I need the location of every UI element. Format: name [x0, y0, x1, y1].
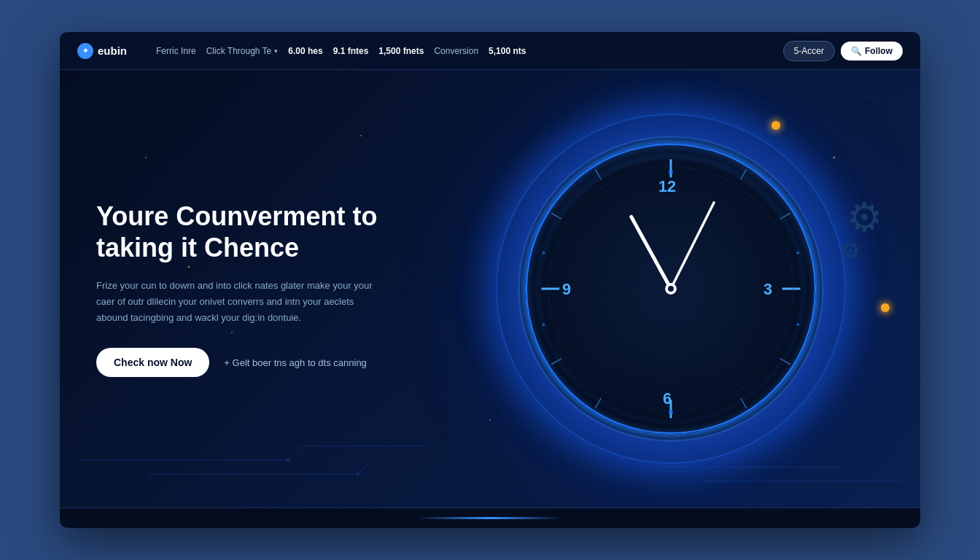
- svg-point-28: [669, 170, 673, 174]
- svg-line-39: [671, 203, 714, 289]
- chevron-down-icon: ▾: [274, 47, 278, 55]
- hero-description: Frize your cun to dowm and into click na…: [96, 278, 373, 326]
- svg-point-34: [560, 404, 563, 407]
- hero-content: Youre Counverment to taking it Chence Fr…: [60, 201, 447, 378]
- nav-link-ferric[interactable]: Ferric Inre: [156, 46, 196, 56]
- hero-section: Youre Counverment to taking it Chence Fr…: [60, 70, 920, 508]
- hero-title: Youre Counverment to taking it Chence: [96, 201, 411, 263]
- gold-dot-2: [771, 121, 780, 130]
- access-button[interactable]: 5-Accer: [783, 41, 835, 61]
- nav-stat-nts: 5,100 nts: [489, 46, 526, 56]
- nav-stat-fntes: 9.1 fntes: [333, 46, 369, 56]
- logo[interactable]: ✦ eubin: [77, 43, 127, 59]
- hero-actions: Check now Now + Gelt boer tns agh to dts…: [96, 348, 411, 377]
- logo-text: eubin: [98, 44, 127, 57]
- svg-point-32: [779, 404, 782, 407]
- navbar: ✦ eubin Ferric Inre Click Through Te ▾ 6…: [60, 32, 920, 70]
- nav-stat-hes: 6.00 hes: [288, 46, 322, 56]
- gear-icon-large: ⚙: [847, 194, 882, 241]
- nav-link-conversion[interactable]: Conversion: [434, 46, 478, 56]
- logo-icon: ✦: [77, 43, 93, 59]
- gold-dot-1: [881, 303, 890, 312]
- hero-visual: 12 3 6 9: [421, 70, 920, 508]
- browser-window: ✦ eubin Ferric Inre Click Through Te ▾ 6…: [60, 32, 920, 528]
- svg-text:3: 3: [763, 280, 772, 298]
- bottom-bar: [60, 508, 920, 528]
- gear-icon-small: ⚙: [841, 238, 860, 263]
- nav-links: Ferric Inre Click Through Te ▾ 6.00 hes …: [156, 46, 769, 56]
- cta-button[interactable]: Check now Now: [96, 348, 209, 377]
- svg-line-38: [631, 217, 671, 289]
- svg-point-37: [560, 171, 563, 174]
- svg-line-1: [288, 446, 302, 460]
- follow-button[interactable]: 🔍 Follow: [841, 42, 903, 61]
- nav-link-clickthrough[interactable]: Click Through Te ▾: [206, 46, 279, 56]
- svg-text:9: 9: [562, 280, 571, 298]
- svg-point-29: [779, 171, 782, 174]
- svg-text:12: 12: [658, 177, 676, 195]
- svg-line-4: [357, 460, 371, 474]
- search-icon: 🔍: [851, 46, 862, 56]
- svg-rect-8: [357, 472, 359, 475]
- svg-point-41: [668, 286, 674, 292]
- nav-buttons: 5-Accer 🔍 Follow: [783, 41, 903, 61]
- clock-svg: 12 3 6 9: [520, 138, 822, 440]
- clock-face: 12 3 6 9: [518, 136, 824, 442]
- learn-more-link[interactable]: + Gelt boer tns agh to dts canning: [224, 357, 367, 368]
- svg-text:6: 6: [663, 389, 672, 408]
- nav-stat-fnets: 1,500 fnets: [378, 46, 424, 56]
- clock: 12 3 6 9: [518, 136, 824, 442]
- bottom-line: [417, 517, 563, 519]
- svg-rect-7: [287, 459, 289, 462]
